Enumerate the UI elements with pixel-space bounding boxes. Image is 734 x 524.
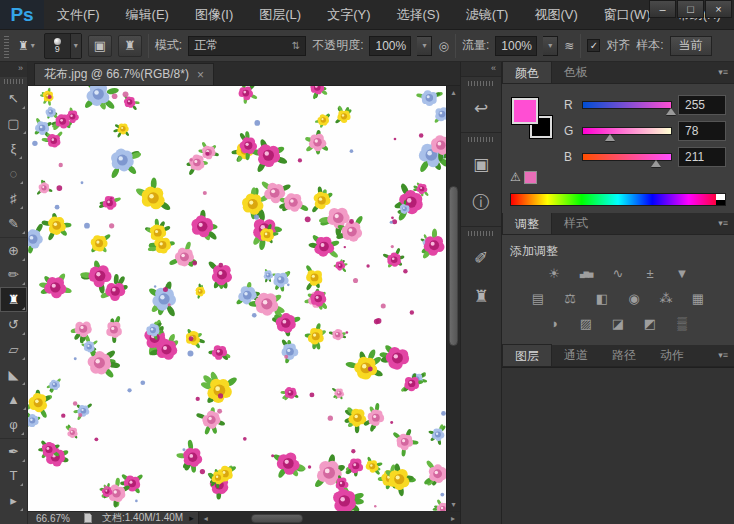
status-flyout-arrow-icon[interactable]: ▸ xyxy=(189,513,194,523)
adjustments-tab-2[interactable]: 样式 xyxy=(552,212,600,234)
gradient-map-icon[interactable]: ◩ xyxy=(639,316,662,332)
panel-menu-icon[interactable]: ▾≡ xyxy=(712,344,734,366)
hue-saturation-icon[interactable]: ▤ xyxy=(527,291,550,307)
menu-item-视图[interactable]: 视图(V) xyxy=(521,0,590,29)
channel-value-r[interactable]: 255 xyxy=(678,95,726,115)
aligned-checkbox[interactable]: ✓ xyxy=(587,39,600,52)
color-tab-2[interactable]: 色板 xyxy=(552,61,600,83)
horizontal-scrollbar[interactable]: ◂ ▸ xyxy=(198,512,460,524)
menu-item-选择[interactable]: 选择(S) xyxy=(383,0,452,29)
opacity-input[interactable]: 100% xyxy=(369,36,411,56)
brightness-contrast-icon[interactable]: ☀ xyxy=(543,266,566,282)
opacity-dropdown[interactable]: ▾ xyxy=(417,36,432,56)
brush-preset-picker[interactable]: 9 ▾ xyxy=(44,33,82,59)
vibrance-icon[interactable]: ▼ xyxy=(671,266,694,282)
foreground-color-swatch[interactable] xyxy=(512,98,538,124)
menu-item-图层[interactable]: 图层(L) xyxy=(246,0,314,29)
panel-menu-icon[interactable]: ▾≡ xyxy=(712,61,734,83)
brush-panel-toggle-icon[interactable]: ▣ xyxy=(88,35,112,57)
spot-healing-brush-tool[interactable]: ⊕ xyxy=(0,237,27,262)
blend-mode-select[interactable]: 正常 ⇅ xyxy=(188,36,306,56)
channel-mixer-icon[interactable]: ⁂ xyxy=(655,291,678,307)
black-white-icon[interactable]: ◧ xyxy=(591,291,614,307)
clone-source-panel-icon[interactable]: ♜ xyxy=(461,277,501,315)
scroll-left-icon[interactable]: ◂ xyxy=(200,513,212,524)
opacity-pressure-icon[interactable]: ◎ xyxy=(438,39,448,53)
scroll-down-icon[interactable]: ▾ xyxy=(447,499,460,510)
path-selection-tool[interactable]: ▸ xyxy=(0,488,27,513)
gradient-tool[interactable]: ◣ xyxy=(0,362,27,387)
levels-icon[interactable]: ▄▆▅ xyxy=(575,266,598,282)
horizontal-scroll-thumb[interactable] xyxy=(251,514,303,523)
brush-tool[interactable]: ✏ xyxy=(0,262,27,287)
layers-panel-content[interactable] xyxy=(502,367,734,524)
toolbar-collapse-button[interactable]: » xyxy=(0,62,27,77)
blur-tool[interactable]: ▲ xyxy=(0,387,27,412)
clone-stamp-tool[interactable]: ♜ xyxy=(0,287,27,312)
lasso-tool[interactable]: ξ xyxy=(0,136,27,161)
info-panel-icon[interactable]: ⓘ xyxy=(461,183,501,221)
vertical-scrollbar[interactable]: ▴ ▾ xyxy=(446,86,460,511)
channel-value-g[interactable]: 78 xyxy=(678,121,726,141)
color-spectrum-ramp[interactable] xyxy=(510,193,726,206)
pen-tool[interactable]: ✒ xyxy=(0,438,27,463)
vertical-scroll-thumb[interactable] xyxy=(449,186,458,346)
history-panel-icon[interactable]: ↩ xyxy=(461,89,501,127)
history-brush-tool[interactable]: ↺ xyxy=(0,312,27,337)
properties-panel-icon[interactable]: ▣ xyxy=(461,145,501,183)
eraser-tool[interactable]: ▱ xyxy=(0,337,27,362)
channel-slider-r[interactable] xyxy=(582,101,672,109)
sample-select[interactable]: 当前 xyxy=(670,36,712,56)
channel-value-b[interactable]: 211 xyxy=(678,147,726,167)
invert-icon[interactable]: ◑ xyxy=(543,316,566,332)
menu-item-编辑[interactable]: 编辑(E) xyxy=(113,0,182,29)
selective-color-icon[interactable]: ▒ xyxy=(671,316,694,332)
curves-icon[interactable]: ∿ xyxy=(607,266,630,282)
channel-slider-b[interactable] xyxy=(582,153,672,161)
black-swatch[interactable] xyxy=(716,200,725,205)
exposure-icon[interactable]: ± xyxy=(639,266,662,282)
gamut-warning-icon[interactable]: ⚠ xyxy=(510,170,521,184)
tool-preset-picker[interactable]: ♜ ▾ xyxy=(15,37,38,55)
color-tab-1[interactable]: 颜色 xyxy=(502,61,552,83)
document-tab[interactable]: 花布.jpg @ 66.7%(RGB/8*) × xyxy=(34,63,214,85)
clone-source-panel-toggle-icon[interactable]: ♜ xyxy=(118,35,142,57)
slider-handle-icon[interactable] xyxy=(666,108,676,115)
eyedropper-tool[interactable]: ✎ xyxy=(0,211,27,236)
rectangular-marquee-tool[interactable]: ▢ xyxy=(0,111,27,136)
layers-tab-1[interactable]: 图层 xyxy=(502,344,552,366)
photo-filter-icon[interactable]: ◉ xyxy=(623,291,646,307)
minimize-button[interactable]: – xyxy=(649,0,676,18)
slider-handle-icon[interactable] xyxy=(651,160,661,167)
dodge-tool[interactable]: φ xyxy=(0,412,27,437)
gamut-color-swatch[interactable] xyxy=(524,171,537,184)
menu-item-图像[interactable]: 图像(I) xyxy=(182,0,246,29)
brush-panel-icon[interactable]: ✐ xyxy=(461,239,501,277)
maximize-button[interactable]: □ xyxy=(677,0,704,18)
layers-tab-2[interactable]: 通道 xyxy=(552,344,600,366)
zoom-level-field[interactable]: 66.67% xyxy=(36,513,82,524)
panel-menu-icon[interactable]: ▾≡ xyxy=(712,212,734,234)
channel-slider-g[interactable] xyxy=(582,127,672,135)
close-button[interactable]: × xyxy=(705,0,732,18)
crop-tool[interactable]: ♯ xyxy=(0,186,27,211)
scroll-up-icon[interactable]: ▴ xyxy=(447,87,460,98)
color-balance-icon[interactable]: ⚖ xyxy=(559,291,582,307)
close-tab-icon[interactable]: × xyxy=(197,68,204,82)
menu-item-滤镜[interactable]: 滤镜(T) xyxy=(453,0,522,29)
layers-tab-4[interactable]: 动作 xyxy=(648,344,696,366)
scroll-right-icon[interactable]: ▸ xyxy=(447,513,459,524)
move-tool[interactable]: ↖ xyxy=(0,86,27,111)
color-lookup-icon[interactable]: ▦ xyxy=(687,291,710,307)
flow-dropdown[interactable]: ▾ xyxy=(543,36,558,56)
menu-item-文件[interactable]: 文件(F) xyxy=(44,0,113,29)
panel-strip-collapse-button[interactable]: « xyxy=(461,62,501,76)
layers-tab-3[interactable]: 路径 xyxy=(600,344,648,366)
menu-item-文字[interactable]: 文字(Y) xyxy=(314,0,383,29)
slider-handle-icon[interactable] xyxy=(605,134,615,141)
type-tool[interactable]: T xyxy=(0,463,27,488)
threshold-icon[interactable]: ◪ xyxy=(607,316,630,332)
adjustments-tab-1[interactable]: 调整 xyxy=(502,212,552,234)
flow-input[interactable]: 100% xyxy=(495,36,537,56)
airbrush-icon[interactable]: ≋ xyxy=(564,39,574,53)
